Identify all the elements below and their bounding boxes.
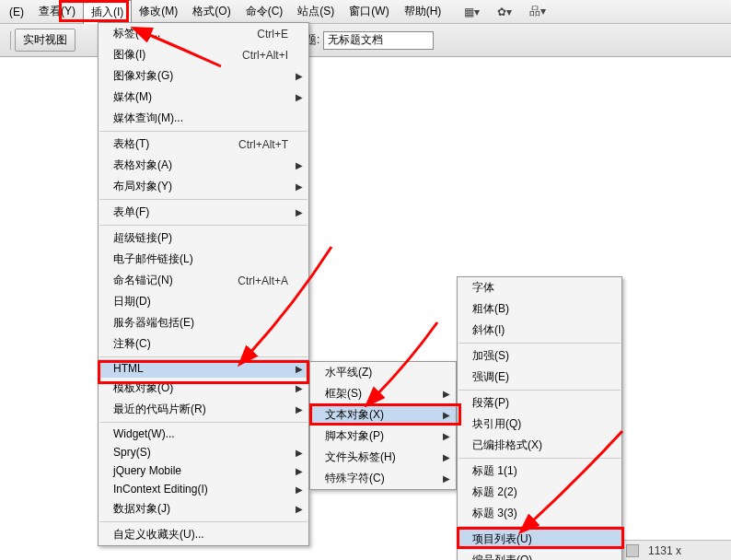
dimensions-label: 1131 x: [648, 544, 681, 557]
submenu-arrow-icon: ▶: [296, 484, 303, 495]
gear-icon[interactable]: ✿▾: [496, 4, 513, 20]
menu-e[interactable]: (E): [2, 2, 31, 22]
menu-item[interactable]: 注释(C): [99, 333, 308, 355]
menu-item[interactable]: 脚本对象(P)▶: [310, 426, 456, 447]
menu-item-label: 表格(T): [113, 136, 149, 152]
menu-item-label: 超级链接(P): [113, 230, 172, 246]
menu-item[interactable]: 图像(I)Ctrl+Alt+I: [99, 44, 308, 65]
menu-item[interactable]: 标题 3(3): [458, 503, 621, 524]
menu-item[interactable]: Widget(W)...: [99, 425, 308, 443]
menu-item-label: 加强(S): [472, 348, 509, 364]
menu-item[interactable]: 加强(S): [458, 345, 621, 367]
menu-item[interactable]: 数据对象(J)▶: [99, 498, 308, 519]
menu-site[interactable]: 站点(S): [290, 0, 342, 23]
menu-item-label: 粗体(B): [472, 301, 509, 317]
menu-item[interactable]: 最近的代码片断(R)▶: [99, 399, 308, 420]
menu-item[interactable]: InContext Editing(I)▶: [99, 480, 308, 498]
title-input[interactable]: [323, 31, 434, 50]
menu-item[interactable]: 已编排格式(X): [458, 435, 621, 456]
menu-format[interactable]: 格式(O): [185, 0, 238, 23]
menu-separator: [99, 356, 307, 357]
menu-item[interactable]: HTML▶: [99, 359, 308, 378]
menu-help[interactable]: 帮助(H): [397, 0, 449, 23]
menu-item-label: 电子邮件链接(L): [113, 251, 193, 267]
menu-item[interactable]: 框架(S)▶: [310, 383, 456, 404]
text-objects-submenu-dropdown: 字体粗体(B)斜体(I)加强(S)强调(E)段落(P)块引用(Q)已编排格式(X…: [457, 276, 622, 560]
menu-item[interactable]: 图像对象(G)▶: [99, 65, 308, 87]
sitemap-icon[interactable]: 品▾: [529, 4, 546, 20]
menu-item-label: 标题 1(1): [472, 463, 517, 479]
menu-item[interactable]: 标签(G)...Ctrl+E: [99, 23, 308, 44]
menu-item-label: jQuery Mobile: [113, 464, 181, 477]
menu-item-label: 标题 3(3): [472, 506, 517, 521]
menu-item-label: Widget(W)...: [113, 427, 175, 440]
menu-item[interactable]: 字体: [458, 277, 621, 298]
submenu-arrow-icon: ▶: [296, 448, 303, 458]
menu-item-label: 图像(I): [113, 47, 145, 63]
menu-item[interactable]: 特殊字符(C)▶: [310, 468, 456, 489]
menu-separator: [458, 458, 621, 459]
menu-item[interactable]: 媒体查询(M)...: [99, 108, 308, 129]
submenu-arrow-icon: ▶: [296, 466, 303, 476]
menu-item[interactable]: 项目列表(U): [458, 529, 621, 550]
layout-icon[interactable]: ▦▾: [463, 4, 480, 20]
menu-item[interactable]: 表单(F)▶: [99, 202, 308, 223]
menu-item[interactable]: 标题 2(2): [458, 482, 621, 503]
submenu-arrow-icon: ▶: [296, 207, 303, 217]
menu-item-label: 项目列表(U): [472, 531, 532, 547]
menu-view[interactable]: 查看(Y): [31, 0, 83, 23]
menu-window[interactable]: 窗口(W): [342, 0, 396, 23]
menu-item-label: HTML: [113, 362, 144, 375]
menu-item-label: 表格对象(A): [113, 158, 172, 173]
menu-item[interactable]: 标题 1(1): [458, 461, 621, 482]
menu-commands[interactable]: 命令(C): [238, 0, 291, 23]
menu-shortcut: Ctrl+Alt+T: [238, 138, 288, 151]
menu-item[interactable]: 电子邮件链接(L): [99, 249, 308, 270]
menu-item-label: 文件头标签(H): [325, 449, 396, 465]
menu-item[interactable]: 媒体(M)▶: [99, 87, 308, 108]
menu-item-label: 最近的代码片断(R): [113, 402, 206, 417]
menu-item-label: 段落(P): [472, 395, 509, 411]
menu-item[interactable]: 强调(E): [458, 367, 621, 388]
submenu-arrow-icon: ▶: [296, 181, 303, 192]
menu-item-label: 特殊字符(C): [325, 471, 385, 486]
menu-item[interactable]: 编号列表(O): [458, 550, 621, 560]
submenu-arrow-icon: ▶: [296, 160, 303, 170]
menu-item[interactable]: 斜体(I): [458, 320, 621, 341]
menu-item[interactable]: 超级链接(P): [99, 228, 308, 249]
menu-item-label: 脚本对象(P): [325, 428, 384, 444]
menu-shortcut: Ctrl+Alt+I: [242, 49, 288, 62]
menu-item[interactable]: 布局对象(Y)▶: [99, 176, 308, 197]
menu-item-label: 已编排格式(X): [472, 438, 542, 453]
submenu-arrow-icon: ▶: [296, 404, 303, 414]
menu-insert[interactable]: 插入(I): [83, 0, 132, 24]
menu-item[interactable]: 段落(P): [458, 392, 621, 414]
menu-item[interactable]: 日期(D): [99, 291, 308, 312]
submenu-arrow-icon: ▶: [296, 364, 303, 374]
menu-item[interactable]: 表格对象(A)▶: [99, 155, 308, 176]
menu-item-label: 编号列表(O): [472, 553, 532, 560]
menu-item[interactable]: 粗体(B): [458, 298, 621, 320]
submenu-arrow-icon: ▶: [443, 473, 450, 484]
toolbar-icons: ▦▾ ✿▾ 品▾: [463, 4, 546, 20]
status-icon-3[interactable]: [626, 544, 639, 557]
menu-item[interactable]: 文本对象(X)▶: [310, 404, 456, 426]
menu-modify[interactable]: 修改(M): [132, 0, 185, 23]
live-view-button[interactable]: 实时视图: [15, 29, 75, 52]
menu-item[interactable]: jQuery Mobile▶: [99, 461, 308, 480]
menu-separator: [99, 521, 307, 522]
submenu-arrow-icon: ▶: [443, 389, 450, 399]
menu-item[interactable]: 表格(T)Ctrl+Alt+T: [99, 134, 308, 155]
menu-item[interactable]: 服务器端包括(E): [99, 312, 308, 333]
menu-item[interactable]: Spry(S)▶: [99, 443, 308, 461]
menu-item[interactable]: 块引用(Q): [458, 414, 621, 435]
menu-item-label: 图像对象(G): [113, 68, 173, 84]
menu-item[interactable]: 模板对象(O)▶: [99, 378, 308, 399]
menu-item[interactable]: 自定义收藏夹(U)...: [99, 524, 308, 545]
menu-item[interactable]: 水平线(Z): [310, 362, 456, 383]
menu-item[interactable]: 文件头标签(H)▶: [310, 447, 456, 468]
menu-item[interactable]: 命名锚记(N)Ctrl+Alt+A: [99, 270, 308, 291]
submenu-arrow-icon: ▶: [296, 92, 303, 102]
menu-item-label: 媒体查询(M)...: [113, 111, 183, 126]
menu-item-label: 日期(D): [113, 294, 151, 309]
